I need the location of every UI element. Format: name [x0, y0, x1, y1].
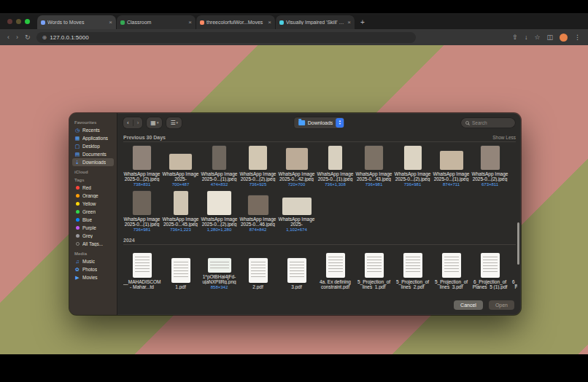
file-item[interactable]: 4a. Ex defining constraint.pdf [316, 252, 355, 289]
scrollbar-thumb[interactable] [517, 222, 519, 265]
sidebar-item-red[interactable]: Red [72, 184, 114, 192]
document-thumbnail [365, 253, 384, 278]
location-dropdown[interactable]: Downloads ▴ ▾ [294, 117, 345, 128]
file-thumbnail [133, 144, 151, 170]
file-item[interactable]: 6_Projection_of Planes_5 (1).pdf [471, 252, 509, 289]
browser-tab[interactable]: Classroom× [117, 15, 196, 29]
bookmarks-icon[interactable]: ☆ [534, 34, 540, 41]
sidebar-item-downloads[interactable]: ⇣Downloads [72, 158, 114, 166]
sidebar-item-all-tags[interactable]: All Tags... [72, 240, 114, 248]
file-item[interactable]: WhatsApp Image 2025-0...(2).jpeg1,280×1,… [200, 190, 239, 232]
file-item[interactable]: WhatsApp Image 2025-0...(1).jpeg736×1,30… [316, 144, 355, 187]
back-icon[interactable]: ‹ [7, 34, 9, 41]
file-item[interactable]: WhatsApp Image 2025-0...(2).jpeg673×811 [471, 144, 509, 187]
file-item[interactable]: WhatsApp Image 2025-0...(1).jpeg874×711 [432, 144, 471, 187]
forward-icon[interactable]: › [16, 34, 18, 41]
file-item[interactable]: WhatsApp Image 2025-0...(2).jpeg736×925 [239, 144, 277, 187]
file-dimensions: 1,280×1,280 [207, 227, 232, 232]
sidebar-item-label: Music [82, 259, 95, 264]
file-dimensions: 700×487 [172, 182, 190, 187]
close-window-button[interactable] [7, 19, 12, 24]
sidebar-item-green[interactable]: Green [72, 208, 114, 216]
site-info-icon[interactable]: ⊕ [42, 34, 47, 41]
tab-favicon-icon [120, 20, 125, 25]
new-tab-button[interactable]: + [360, 18, 365, 26]
file-item[interactable]: WhatsApp Image 2025-0...(2).jpeg736×981 [393, 144, 432, 187]
sidebar-item-movies[interactable]: ▶Movies [72, 273, 114, 281]
extensions-icon[interactable]: ◫ [546, 34, 553, 41]
file-item[interactable]: WhatsApp Image 2025-0...46.jpeg874×842 [239, 190, 277, 232]
sidebar-item-desktop[interactable]: ▢Desktop [72, 142, 114, 150]
file-item[interactable]: 5_Projection_of lines_1.pdf [355, 252, 393, 289]
file-item[interactable]: WhatsApp Image 2025-0...3.35.jpeg1,102×6… [277, 190, 316, 232]
profile-avatar[interactable] [560, 34, 568, 42]
tag-dot-icon [76, 218, 80, 222]
dialog-footer: Cancel Open [454, 300, 514, 310]
sidebar-item-photos[interactable]: ✿Photos [72, 265, 114, 273]
open-button[interactable]: Open [489, 300, 514, 310]
sidebar-item-blue[interactable]: Blue [72, 216, 114, 224]
file-item[interactable]: 1*pOtBHai4jFd-ujaNXPIlRg.png858×342 [200, 247, 239, 289]
minimize-window-button[interactable] [16, 19, 21, 24]
tab-close-icon[interactable]: × [268, 19, 271, 26]
document-thumbnail [326, 253, 345, 278]
browser-tab[interactable]: threecolorfulWor...Moves× [196, 15, 275, 29]
tab-favicon-icon [279, 20, 284, 25]
file-item[interactable]: 1.pdf [161, 257, 200, 289]
sidebar-item-recents[interactable]: ◷Recents [72, 126, 114, 134]
file-item[interactable]: 3.pdf [277, 257, 316, 289]
group-action[interactable]: Show Less [492, 135, 516, 140]
sidebar-item-orange[interactable]: Orange [72, 192, 114, 200]
reload-icon[interactable]: ↻ [25, 34, 31, 41]
file-item[interactable]: WhatsApp Image 2025-0...43.jpeg736×981 [355, 144, 393, 187]
group-title: 2024 [123, 238, 135, 243]
share-icon[interactable]: ⇧ [512, 34, 518, 41]
sidebar-item-label: Grey [82, 233, 93, 238]
address-bar[interactable]: ⊕ 127.0.0.1:5000 [36, 32, 416, 43]
file-name: WhatsApp Image 2025-0...46.jpeg [239, 217, 277, 227]
sidebar-item-purple[interactable]: Purple [72, 224, 114, 232]
file-item[interactable]: WhatsApp Image 2025-0...(2).jpeg738×831 [123, 144, 161, 187]
file-thumbnail [174, 190, 188, 215]
tab-close-icon[interactable]: × [109, 19, 112, 26]
file-item[interactable]: WhatsApp Image 2025-0...(1).jpeg736×981 [123, 190, 161, 232]
sidebar-item-applications[interactable]: ▦Applications [72, 134, 114, 142]
file-item[interactable]: 5_Projection_of lines_3.pdf [432, 252, 471, 289]
sidebar-item-grey[interactable]: Grey [72, 232, 114, 240]
tab-close-icon[interactable]: × [188, 19, 192, 26]
file-item[interactable]: 5_Projection_of lines_2.pdf [393, 252, 432, 289]
file-item[interactable]: WhatsApp Image 2025-0...45.jpeg736×1,223 [161, 190, 200, 232]
cancel-button[interactable]: Cancel [454, 300, 483, 310]
sidebar-item-label: Movies [82, 275, 98, 280]
file-item[interactable]: __MAHADISCOM - Mahar...td __.pdf [123, 252, 161, 289]
sidebar-item-documents[interactable]: ▤Documents [72, 150, 114, 158]
tab-close-icon[interactable]: × [347, 19, 351, 26]
icon-view-button[interactable]: ▦▾ [147, 117, 162, 128]
location-stepper[interactable]: ▴ ▾ [336, 118, 344, 128]
sidebar-item-yellow[interactable]: Yellow [72, 200, 114, 208]
file-name: WhatsApp Image 2025-0...(2).jpeg [239, 171, 277, 182]
file-item[interactable]: 6_Projection_of Planes_6.pdf [509, 252, 517, 289]
list-view-icon: ☰ [170, 120, 175, 126]
sidebar-item-music[interactable]: ♫Music [72, 257, 114, 265]
sidebar-item-label: Blue [82, 217, 92, 222]
downloads-icon[interactable]: ↓ [525, 34, 528, 41]
zoom-window-button[interactable] [25, 19, 30, 24]
applications-icon: ▦ [74, 136, 80, 141]
file-item[interactable]: WhatsApp Image 2025-0...5.41.jpeg700×487 [161, 144, 200, 187]
forward-button[interactable]: › [134, 117, 143, 128]
file-name: WhatsApp Image 2025-0...(2).jpeg [201, 217, 239, 227]
nav-icons: ‹›↻ [7, 34, 31, 41]
list-view-button[interactable]: ☰▾ [166, 117, 182, 128]
file-item[interactable]: WhatsApp Image 2025-0...(1).jpeg474×832 [200, 144, 239, 187]
search-field[interactable]: Search [461, 118, 515, 128]
file-item[interactable]: 2.pdf [239, 257, 277, 289]
menu-icon[interactable]: ⋮ [574, 34, 581, 41]
image-thumbnail [212, 146, 226, 170]
image-thumbnail [133, 191, 151, 215]
browser-tab[interactable]: Visually Impaired 'Skill' Ideas× [276, 15, 355, 29]
browser-tab[interactable]: Words to Moves× [37, 15, 116, 29]
file-item[interactable]: WhatsApp Image 2025-0...42.jpeg720×700 [277, 144, 316, 187]
browser-toolbar: ‹›↻ ⊕ 127.0.0.1:5000 ⇧↓☆◫⋮ [0, 29, 588, 45]
back-button[interactable]: ‹ [123, 117, 133, 128]
